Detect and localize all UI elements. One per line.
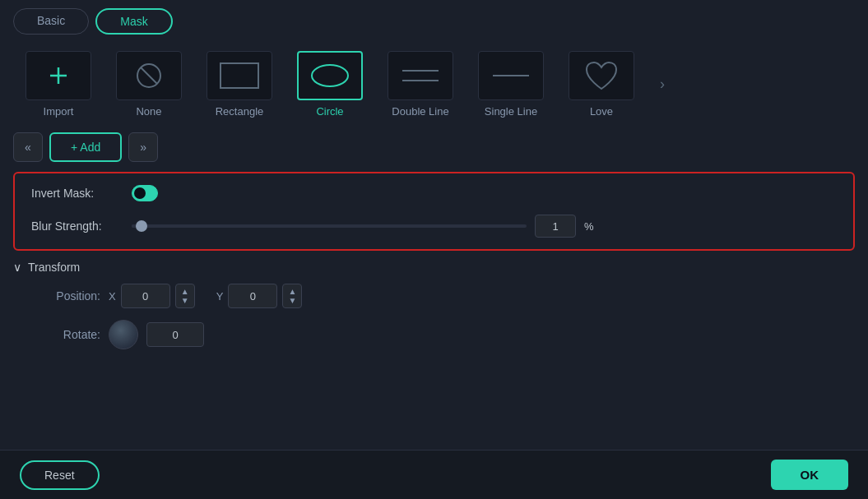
position-label: Position: [26,289,100,303]
position-x-input[interactable] [121,284,170,308]
transform-header[interactable]: ∨ Transform [13,261,855,274]
shape-icon-single-line [478,51,544,100]
position-y-stepper[interactable]: ▲ ▼ [282,284,302,308]
shape-icon-none [116,51,182,100]
blur-strength-unit: % [584,220,594,233]
ok-button[interactable]: OK [771,460,849,490]
shapes-row: Import None Rectangle Circle [0,43,868,126]
position-row: Position: X ▲ ▼ Y ▲ ▼ [13,284,855,308]
shape-import[interactable]: Import [13,51,104,118]
blur-slider-thumb[interactable] [136,220,147,232]
bottom-bar: Reset OK [0,450,868,499]
svg-point-5 [312,65,348,86]
blur-strength-row: Blur Strength: 1 % [31,215,837,238]
heart-icon [583,59,620,92]
transform-title: Transform [28,261,80,274]
controls-row: « + Add » [0,126,868,169]
shape-none[interactable]: None [104,51,194,118]
shape-icon-rectangle [207,51,272,100]
plus-icon [47,64,70,87]
blur-slider-track[interactable] [132,224,527,228]
x-label: X [109,290,116,303]
rotate-dial[interactable] [109,320,138,349]
shape-icon-double-line [388,51,453,100]
rotate-input[interactable] [146,322,204,347]
y-label: Y [216,290,224,303]
rotate-label: Rotate: [26,328,100,341]
invert-mask-row: Invert Mask: [31,185,837,201]
svg-rect-4 [220,63,258,88]
shape-love[interactable]: Love [556,51,647,118]
invert-mask-label: Invert Mask: [31,187,122,200]
next-button[interactable]: » [128,132,158,162]
transform-chevron-icon: ∨ [13,261,21,274]
shape-icon-import [26,51,91,100]
transform-section: ∨ Transform Position: X ▲ ▼ Y ▲ ▼ Rotate… [0,254,868,367]
add-button[interactable]: + Add [49,132,122,162]
scroll-right-arrow[interactable]: › [650,60,675,109]
double-line-icon [399,61,442,90]
tab-basic[interactable]: Basic [13,8,89,35]
position-y-input[interactable] [228,284,277,308]
invert-mask-toggle[interactable] [132,185,158,201]
tab-mask[interactable]: Mask [95,8,172,35]
single-line-icon [490,61,532,90]
shape-single-line[interactable]: Single Line [466,51,556,118]
rotate-row: Rotate: [13,320,855,349]
tab-bar: Basic Mask [0,0,868,43]
svg-line-3 [141,67,157,84]
prev-button[interactable]: « [13,132,43,162]
reset-button[interactable]: Reset [20,460,100,490]
blur-strength-value[interactable]: 1 [535,215,576,238]
rectangle-icon [218,61,261,90]
blur-slider-container: 1 % [132,215,837,238]
shape-circle[interactable]: Circle [285,51,375,118]
position-x-stepper[interactable]: ▲ ▼ [175,284,195,308]
shape-icon-love [569,51,634,100]
blur-strength-label: Blur Strength: [31,219,122,233]
position-x-group: X ▲ ▼ [109,284,195,308]
shape-double-line[interactable]: Double Line [375,51,466,118]
shape-rectangle[interactable]: Rectangle [194,51,285,118]
settings-panel: Invert Mask: Blur Strength: 1 % [13,172,855,251]
circle-slash-icon [133,60,165,91]
ellipse-icon [308,61,352,90]
shape-icon-circle [297,51,363,100]
position-y-group: Y ▲ ▼ [216,284,303,308]
